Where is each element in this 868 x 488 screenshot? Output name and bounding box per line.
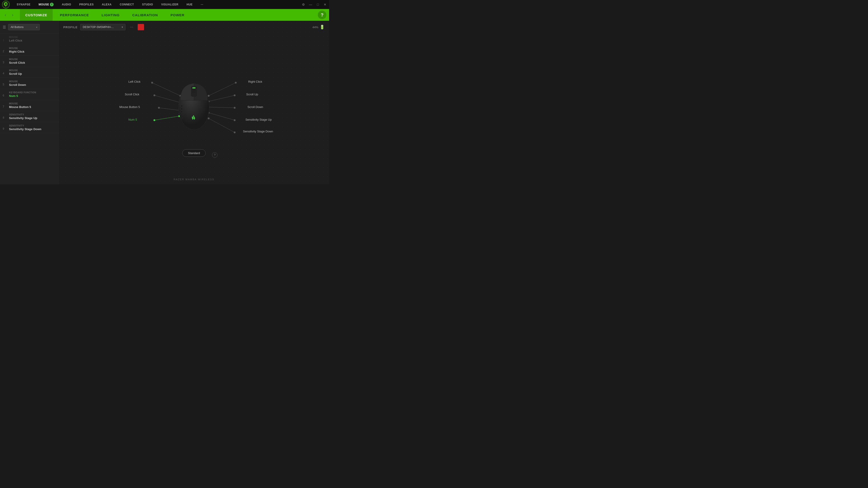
svg-point-27	[234, 119, 236, 121]
sub-tab-performance[interactable]: PERFORMANCE	[55, 9, 94, 21]
hamburger-icon[interactable]: ☰	[3, 25, 6, 29]
sub-tab-customize[interactable]: CUSTOMIZE	[20, 9, 53, 21]
nav-item-mouse[interactable]: MOUSE2	[35, 0, 58, 9]
svg-point-21	[153, 94, 155, 96]
close-button[interactable]: ✕	[323, 3, 327, 6]
item-name: Mouse Button 5	[9, 105, 31, 109]
profile-bar: PROFILE DESKTOP-SMSMPHH-... ▾ ··· 44% 🔋	[59, 21, 329, 33]
svg-point-37	[181, 111, 183, 113]
label-scroll-up: Scroll Up	[246, 93, 258, 96]
label-right-click: Right Click	[248, 80, 262, 84]
svg-point-24	[235, 82, 237, 84]
item-category: MOUSE	[9, 58, 25, 61]
nav-item-synapse[interactable]: SYNAPSE	[13, 0, 35, 9]
label-mouse-button-5: Mouse Button 5	[119, 105, 140, 109]
battery-percent: 44%	[312, 26, 318, 29]
nav-item-more[interactable]: ···	[197, 0, 208, 9]
item-number: 2	[3, 47, 6, 53]
label-scroll-click: Scroll Click	[125, 93, 139, 96]
profile-more-button[interactable]: ···	[128, 24, 135, 30]
item-number: 3	[3, 58, 6, 64]
sub-nav: ‹ › CUSTOMIZEPERFORMANCELIGHTINGCALIBRAT…	[0, 9, 329, 21]
all-buttons-dropdown[interactable]: All Buttons ▾	[8, 24, 40, 30]
nav-item-hue[interactable]: HUE	[182, 0, 197, 9]
sidebar-item-2[interactable]: 2MOUSERight Click	[0, 45, 59, 56]
svg-rect-33	[192, 91, 195, 92]
item-number: 4	[3, 69, 6, 75]
item-number: 8	[3, 113, 6, 119]
label-num-5: Num 5	[128, 118, 137, 121]
sidebar-item-5[interactable]: 5MOUSEScroll Down	[0, 78, 59, 89]
mouse-diagram: Left Click Scroll Click Mouse Button 5 N…	[59, 34, 329, 171]
nav-item-connect[interactable]: CONNECT	[116, 0, 138, 9]
sidebar-item-9[interactable]: 9SENSITIVITYSensitivity Stage Down	[0, 122, 59, 133]
help-button[interactable]: ?	[318, 11, 327, 19]
profile-dropdown[interactable]: DESKTOP-SMSMPHH-... ▾	[80, 24, 125, 30]
item-name: Scroll Click	[9, 61, 25, 64]
sub-tab-calibration[interactable]: CALIBRATION	[127, 9, 163, 21]
nav-forward-arrow[interactable]: ›	[10, 13, 16, 18]
sidebar-item-1[interactable]: 1MOUSELeft Click	[0, 34, 59, 45]
razer-logo	[2, 0, 10, 8]
label-scroll-down: Scroll Down	[248, 105, 263, 109]
nav-arrows: ‹ ›	[3, 13, 16, 18]
profile-label: PROFILE	[63, 26, 78, 29]
label-left-click: Left Click	[128, 80, 141, 84]
sidebar-item-3[interactable]: 3MOUSEScroll Click	[0, 56, 59, 67]
svg-rect-32	[192, 90, 195, 90]
svg-point-23	[153, 119, 155, 121]
dropdown-label: All Buttons	[11, 26, 24, 29]
item-category: MOUSE	[9, 47, 24, 50]
item-name: Scroll Up	[9, 72, 22, 75]
minimize-button[interactable]: —	[308, 3, 313, 6]
item-name: Right Click	[9, 50, 24, 53]
nav-item-visualizer[interactable]: VISUALIZER	[157, 0, 182, 9]
label-sensitivity-stage-down: Sensitivity Stage Down	[243, 130, 273, 133]
svg-rect-31	[192, 87, 195, 89]
profile-color-swatch[interactable]	[138, 24, 144, 30]
main-layout: ☰ All Buttons ▾ 1MOUSELeft Click2MOUSERi…	[0, 21, 329, 184]
item-category: SENSITIVITY	[9, 113, 37, 116]
sub-tab-lighting[interactable]: LIGHTING	[96, 9, 125, 21]
nav-back-arrow[interactable]: ‹	[3, 13, 8, 18]
item-category: MOUSE	[9, 80, 26, 83]
svg-point-25	[234, 94, 236, 96]
svg-rect-34	[192, 92, 195, 93]
main-content: PROFILE DESKTOP-SMSMPHH-... ▾ ··· 44% 🔋	[59, 21, 329, 184]
svg-point-36	[181, 108, 183, 110]
item-name: Num 5	[9, 94, 36, 98]
item-number: 1	[3, 36, 6, 42]
nav-item-alexa[interactable]: ALEXA	[98, 0, 116, 9]
item-name: Left Click	[9, 39, 22, 42]
item-name: Scroll Down	[9, 83, 26, 87]
item-category: KEYBOARD FUNCTION	[9, 91, 36, 94]
sub-tab-power[interactable]: POWER	[165, 9, 190, 21]
nav-item-profiles[interactable]: PROFILES	[75, 0, 98, 9]
nav-item-studio[interactable]: STUDIO	[138, 0, 157, 9]
mouse-illustration	[171, 71, 217, 134]
diagram-help-icon[interactable]: ?	[212, 152, 217, 158]
nav-item-audio[interactable]: AUDIO	[58, 0, 75, 9]
sidebar: ☰ All Buttons ▾ 1MOUSELeft Click2MOUSERi…	[0, 21, 59, 184]
item-category: SENSITIVITY	[9, 125, 41, 127]
chevron-down-icon: ▾	[36, 26, 37, 29]
maximize-button[interactable]: □	[315, 3, 320, 6]
title-bar: SYNAPSEMOUSE2AUDIOPROFILESALEXACONNECTST…	[0, 0, 329, 9]
sidebar-item-7[interactable]: 7MOUSEMouse Button 5	[0, 100, 59, 111]
sidebar-item-6[interactable]: 6KEYBOARD FUNCTIONNum 5	[0, 89, 59, 100]
item-category: MOUSE	[9, 69, 22, 72]
standard-button[interactable]: Standard	[182, 149, 206, 157]
sidebar-item-4[interactable]: 4MOUSEScroll Up	[0, 67, 59, 78]
svg-point-1	[5, 3, 6, 5]
profile-chevron-icon: ▾	[122, 26, 123, 29]
sub-tabs: CUSTOMIZEPERFORMANCELIGHTINGCALIBRATIONP…	[20, 9, 318, 21]
item-name: Sensitivity Stage Down	[9, 127, 41, 131]
window-controls: ⚙ — □ ✕	[301, 3, 327, 6]
settings-icon[interactable]: ⚙	[301, 3, 306, 6]
svg-point-20	[151, 82, 153, 84]
item-number: 9	[3, 125, 6, 130]
sidebar-item-8[interactable]: 8SENSITIVITYSensitivity Stage Up	[0, 111, 59, 122]
item-category: MOUSE	[9, 36, 22, 38]
svg-point-26	[234, 107, 236, 109]
item-category: MOUSE	[9, 102, 31, 105]
